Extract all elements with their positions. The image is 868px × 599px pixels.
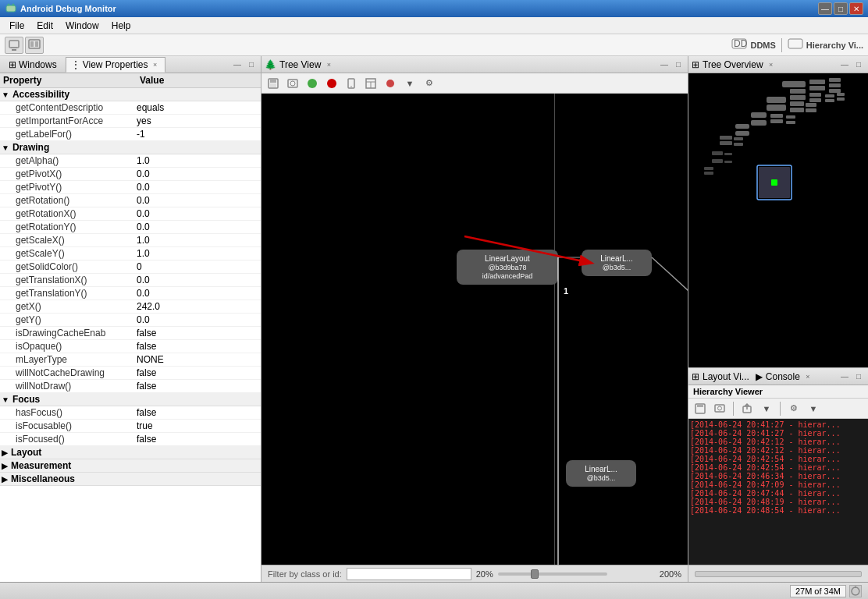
section-measurement[interactable]: ▶ Measurement xyxy=(0,459,261,473)
prop-row-getscaley[interactable]: getScaleY() 1.0 xyxy=(0,247,261,261)
prop-row-gettranslationx[interactable]: getTranslationX() 0.0 xyxy=(0,274,261,287)
tab-view-properties[interactable]: ⋮ View Properties × xyxy=(66,57,165,73)
svg-rect-66 xyxy=(724,161,732,163)
console-settings-btn[interactable]: ⚙ xyxy=(785,401,802,416)
tree-view-content[interactable]: LinearLayout @b3d9ba78 id/advancedPad Li… xyxy=(261,94,688,565)
left-panel-maximize[interactable]: □ xyxy=(245,58,258,71)
right-bottom-minimize[interactable]: — xyxy=(838,370,851,383)
svg-rect-37 xyxy=(809,98,821,102)
console-settings-dropdown[interactable]: ▼ xyxy=(805,401,822,416)
toolbar-layout-btn[interactable] xyxy=(362,76,379,91)
prop-row-isfocused[interactable]: isFocused() false xyxy=(0,433,261,446)
prop-row-getcontentdesc[interactable]: getContentDescriptio equals xyxy=(0,101,261,115)
toolbar-toggle-btn[interactable]: ▼ xyxy=(401,76,418,91)
tree-view-close[interactable]: × xyxy=(324,60,333,69)
console-scrollbar[interactable] xyxy=(695,571,862,577)
console-close[interactable]: × xyxy=(803,372,813,381)
section-focus[interactable]: ▼ Focus xyxy=(0,393,261,406)
tree-overview-label[interactable]: Tree Overview xyxy=(703,59,763,70)
toolbar-btn-2[interactable] xyxy=(25,37,44,54)
zoom-track[interactable] xyxy=(498,572,607,576)
app-title: Android Debug Monitor xyxy=(20,4,818,13)
section-drawing-label: Drawing xyxy=(12,142,49,153)
toolbar-green-btn[interactable] xyxy=(304,76,321,91)
svg-point-2 xyxy=(12,4,15,6)
right-top-minimize[interactable]: — xyxy=(838,58,851,71)
close-button[interactable]: ✕ xyxy=(849,2,863,15)
right-panel: ⊞ Tree Overview × — □ xyxy=(688,56,868,582)
prop-row-willnotdraw[interactable]: willNotDraw() false xyxy=(0,380,261,393)
toolbar-capture-btn[interactable] xyxy=(284,76,301,91)
section-misc-label: Miscellaneous xyxy=(11,473,75,484)
filter-input[interactable] xyxy=(347,568,471,580)
console-output[interactable]: [2014-06-24 20:41:27 - hierar... [2014-0… xyxy=(688,419,868,565)
svg-rect-50 xyxy=(770,114,783,118)
menu-edit[interactable]: Edit xyxy=(30,19,59,33)
menu-help[interactable]: Help xyxy=(105,19,137,33)
toolbar-red-btn[interactable] xyxy=(382,76,399,91)
left-panel-minimize[interactable]: — xyxy=(231,58,244,71)
prop-row-willnotcache[interactable]: willNotCacheDrawing false xyxy=(0,367,261,380)
prop-row-getsolidcolor[interactable]: getSolidColor() 0 xyxy=(0,261,261,274)
prop-row-getrotationx[interactable]: getRotationX() 0.0 xyxy=(0,207,261,221)
toolbar-stop-btn[interactable] xyxy=(323,76,340,91)
tab-windows[interactable]: ⊞ Windows xyxy=(3,57,62,73)
prop-row-getpivoty[interactable]: getPivotY() 0.0 xyxy=(0,181,261,194)
svg-rect-31 xyxy=(829,78,841,82)
center-maximize[interactable]: □ xyxy=(672,58,685,71)
maximize-button[interactable]: □ xyxy=(834,2,848,15)
tree-overview-content[interactable] xyxy=(688,73,868,367)
hierarchy-label[interactable]: Hierarchy Vi... xyxy=(806,41,863,50)
tree-node-linearl-bottom[interactable]: LinearL... @b3d5... xyxy=(566,460,636,487)
menu-window[interactable]: Window xyxy=(59,19,105,33)
toolbar-filter-btn[interactable]: ⚙ xyxy=(421,76,438,91)
prop-name-getscaley: getScaleY() xyxy=(0,248,137,259)
prop-row-getimportant[interactable]: getImportantForAcce yes xyxy=(0,115,261,128)
section-drawing[interactable]: ▼ Drawing xyxy=(0,141,261,154)
svg-rect-54 xyxy=(735,124,749,129)
menu-file[interactable]: File xyxy=(3,19,30,33)
prop-row-getlabelfor[interactable]: getLabelFor() -1 xyxy=(0,128,261,141)
prop-row-getrotationy[interactable]: getRotationY() 0.0 xyxy=(0,221,261,234)
tree-view-tab-label[interactable]: Tree View xyxy=(279,59,321,70)
center-minimize[interactable]: — xyxy=(658,58,671,71)
section-layout[interactable]: ▶ Layout xyxy=(0,446,261,459)
prop-row-getalpha[interactable]: getAlpha() 1.0 xyxy=(0,154,261,168)
prop-row-isfocusable[interactable]: isFocusable() true xyxy=(0,420,261,433)
svg-rect-51 xyxy=(770,119,783,123)
prop-row-mlayertype[interactable]: mLayerType NONE xyxy=(0,353,261,367)
toolbar-btn-1[interactable] xyxy=(5,37,23,54)
svg-rect-49 xyxy=(751,120,767,126)
ddms-label[interactable]: DDMS xyxy=(750,41,775,50)
console-export-btn[interactable] xyxy=(738,401,756,416)
view-props-close[interactable]: × xyxy=(151,60,160,69)
prop-row-getscalex[interactable]: getScaleX() 1.0 xyxy=(0,234,261,247)
gc-button[interactable] xyxy=(849,585,862,597)
console-capture-btn[interactable] xyxy=(711,401,728,416)
center-toolbar: ▼ ⚙ xyxy=(261,73,688,94)
zoom-slider-area[interactable] xyxy=(498,572,655,576)
prop-row-getpivotx[interactable]: getPivotX() 0.0 xyxy=(0,168,261,181)
toolbar-save-btn[interactable] xyxy=(265,76,282,91)
console-tab-label[interactable]: Console xyxy=(766,371,800,382)
layout-viewer-label[interactable]: Layout Vi... xyxy=(703,371,749,382)
minimize-button[interactable]: — xyxy=(818,2,832,15)
prop-row-isopaque[interactable]: isOpaque() false xyxy=(0,340,261,353)
console-save-btn[interactable] xyxy=(692,401,709,416)
prop-row-gety[interactable]: getY() 0.0 xyxy=(0,314,261,327)
prop-row-getx[interactable]: getX() 242.0 xyxy=(0,300,261,314)
section-accessibility-label: Accessibility xyxy=(12,89,69,100)
right-top-maximize[interactable]: □ xyxy=(852,58,865,71)
prop-row-isdrawingcache[interactable]: isDrawingCacheEnab false xyxy=(0,327,261,340)
prop-row-hasfocus[interactable]: hasFocus() false xyxy=(0,406,261,420)
section-miscellaneous[interactable]: ▶ Miscellaneous xyxy=(0,473,261,486)
prop-row-getrotation[interactable]: getRotation() 0.0 xyxy=(0,194,261,207)
tree-overview-close[interactable]: × xyxy=(767,60,776,69)
prop-row-gettranslationy[interactable]: getTranslationY() 0.0 xyxy=(0,287,261,300)
properties-body[interactable]: ▼ Accessibility getContentDescriptio equ… xyxy=(0,88,261,582)
right-bottom-maximize[interactable]: □ xyxy=(852,370,865,383)
section-accessibility[interactable]: ▼ Accessibility xyxy=(0,88,261,101)
zoom-thumb[interactable] xyxy=(531,569,539,579)
toolbar-device-btn[interactable] xyxy=(343,76,360,91)
console-dropdown-btn[interactable]: ▼ xyxy=(758,401,775,416)
